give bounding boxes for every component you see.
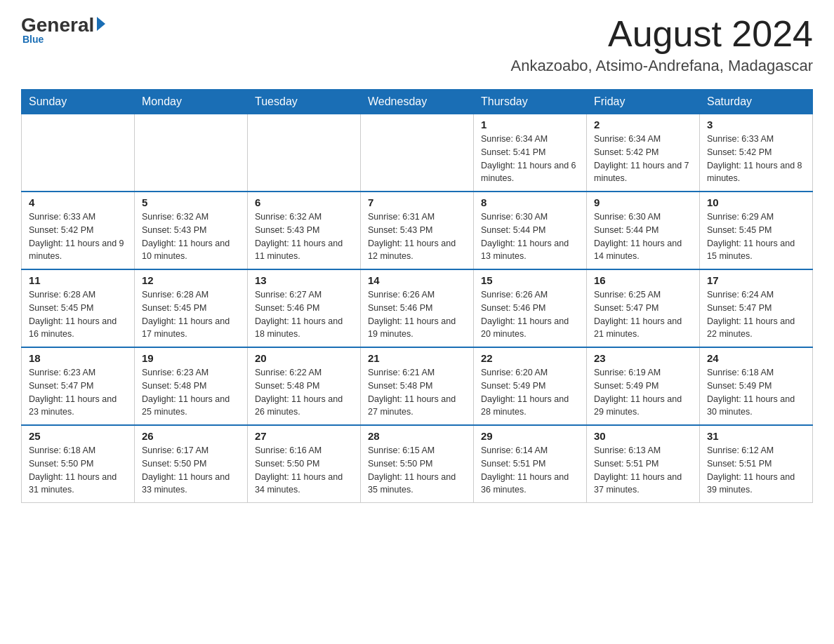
calendar-cell: 6Sunrise: 6:32 AMSunset: 5:43 PMDaylight… [248,192,361,269]
calendar-cell: 3Sunrise: 6:33 AMSunset: 5:42 PMDaylight… [700,114,813,192]
calendar-cell: 12Sunrise: 6:28 AMSunset: 5:45 PMDayligh… [135,269,248,347]
calendar-cell [248,114,361,192]
day-info: Sunrise: 6:34 AMSunset: 5:42 PMDaylight:… [594,133,692,185]
month-title: August 2024 [511,14,813,54]
col-sunday: Sunday [22,90,135,114]
day-info: Sunrise: 6:15 AMSunset: 5:50 PMDaylight:… [368,444,466,497]
day-number: 24 [707,352,805,364]
day-number: 25 [29,430,127,442]
day-info: Sunrise: 6:26 AMSunset: 5:46 PMDaylight:… [368,288,466,341]
calendar-cell: 1Sunrise: 6:34 AMSunset: 5:41 PMDaylight… [474,114,587,192]
day-number: 20 [255,352,353,364]
day-info: Sunrise: 6:25 AMSunset: 5:47 PMDaylight:… [594,288,692,341]
calendar-cell: 31Sunrise: 6:12 AMSunset: 5:51 PMDayligh… [700,425,813,503]
col-saturday: Saturday [700,90,813,114]
calendar-cell: 11Sunrise: 6:28 AMSunset: 5:45 PMDayligh… [22,269,135,347]
day-number: 22 [481,352,579,364]
calendar-cell: 21Sunrise: 6:21 AMSunset: 5:48 PMDayligh… [361,347,474,425]
day-info: Sunrise: 6:13 AMSunset: 5:51 PMDaylight:… [594,444,692,497]
calendar-week-5: 25Sunrise: 6:18 AMSunset: 5:50 PMDayligh… [22,425,813,503]
day-number: 4 [29,196,127,208]
logo-triangle-icon [97,17,105,31]
day-number: 2 [594,119,692,130]
day-info: Sunrise: 6:18 AMSunset: 5:49 PMDaylight:… [707,366,805,419]
day-info: Sunrise: 6:30 AMSunset: 5:44 PMDaylight:… [594,210,692,263]
day-number: 15 [481,274,579,286]
calendar-cell: 22Sunrise: 6:20 AMSunset: 5:49 PMDayligh… [474,347,587,425]
calendar-cell: 9Sunrise: 6:30 AMSunset: 5:44 PMDaylight… [587,192,700,269]
day-number: 12 [142,274,240,286]
calendar-week-1: 1Sunrise: 6:34 AMSunset: 5:41 PMDaylight… [22,114,813,192]
calendar-cell: 16Sunrise: 6:25 AMSunset: 5:47 PMDayligh… [587,269,700,347]
header-row: Sunday Monday Tuesday Wednesday Thursday… [22,90,813,114]
calendar-cell: 20Sunrise: 6:22 AMSunset: 5:48 PMDayligh… [248,347,361,425]
day-number: 8 [481,196,579,208]
day-info: Sunrise: 6:31 AMSunset: 5:43 PMDaylight:… [368,210,466,263]
calendar-cell: 26Sunrise: 6:17 AMSunset: 5:50 PMDayligh… [135,425,248,503]
calendar-cell: 19Sunrise: 6:23 AMSunset: 5:48 PMDayligh… [135,347,248,425]
calendar-cell: 4Sunrise: 6:33 AMSunset: 5:42 PMDaylight… [22,192,135,269]
calendar-week-4: 18Sunrise: 6:23 AMSunset: 5:47 PMDayligh… [22,347,813,425]
calendar-cell: 29Sunrise: 6:14 AMSunset: 5:51 PMDayligh… [474,425,587,503]
day-info: Sunrise: 6:22 AMSunset: 5:48 PMDaylight:… [255,366,353,419]
day-info: Sunrise: 6:27 AMSunset: 5:46 PMDaylight:… [255,288,353,341]
day-info: Sunrise: 6:29 AMSunset: 5:45 PMDaylight:… [707,210,805,263]
day-info: Sunrise: 6:30 AMSunset: 5:44 PMDaylight:… [481,210,579,263]
day-number: 9 [594,196,692,208]
day-info: Sunrise: 6:19 AMSunset: 5:49 PMDaylight:… [594,366,692,419]
day-info: Sunrise: 6:32 AMSunset: 5:43 PMDaylight:… [142,210,240,263]
day-number: 1 [481,119,579,130]
calendar-cell: 8Sunrise: 6:30 AMSunset: 5:44 PMDaylight… [474,192,587,269]
logo: General Blue [21,14,105,45]
calendar-cell: 30Sunrise: 6:13 AMSunset: 5:51 PMDayligh… [587,425,700,503]
calendar-cell: 24Sunrise: 6:18 AMSunset: 5:49 PMDayligh… [700,347,813,425]
col-tuesday: Tuesday [248,90,361,114]
calendar-cell [135,114,248,192]
calendar-cell: 25Sunrise: 6:18 AMSunset: 5:50 PMDayligh… [22,425,135,503]
day-info: Sunrise: 6:24 AMSunset: 5:47 PMDaylight:… [707,288,805,341]
day-info: Sunrise: 6:33 AMSunset: 5:42 PMDaylight:… [707,133,805,185]
day-number: 27 [255,430,353,442]
day-number: 30 [594,430,692,442]
calendar-cell: 10Sunrise: 6:29 AMSunset: 5:45 PMDayligh… [700,192,813,269]
day-number: 5 [142,196,240,208]
calendar-cell: 17Sunrise: 6:24 AMSunset: 5:47 PMDayligh… [700,269,813,347]
day-info: Sunrise: 6:14 AMSunset: 5:51 PMDaylight:… [481,444,579,497]
calendar-week-3: 11Sunrise: 6:28 AMSunset: 5:45 PMDayligh… [22,269,813,347]
calendar-cell [361,114,474,192]
day-number: 18 [29,352,127,364]
col-friday: Friday [587,90,700,114]
day-number: 28 [368,430,466,442]
calendar-cell [22,114,135,192]
day-number: 11 [29,274,127,286]
calendar-week-2: 4Sunrise: 6:33 AMSunset: 5:42 PMDaylight… [22,192,813,269]
logo-blue: Blue [21,34,44,45]
col-monday: Monday [135,90,248,114]
calendar-cell: 27Sunrise: 6:16 AMSunset: 5:50 PMDayligh… [248,425,361,503]
calendar-cell: 5Sunrise: 6:32 AMSunset: 5:43 PMDaylight… [135,192,248,269]
day-info: Sunrise: 6:18 AMSunset: 5:50 PMDaylight:… [29,444,127,497]
day-number: 13 [255,274,353,286]
col-wednesday: Wednesday [361,90,474,114]
day-number: 29 [481,430,579,442]
day-info: Sunrise: 6:28 AMSunset: 5:45 PMDaylight:… [142,288,240,341]
location-title: Ankazoabo, Atsimo-Andrefana, Madagascar [511,57,813,75]
calendar-cell: 23Sunrise: 6:19 AMSunset: 5:49 PMDayligh… [587,347,700,425]
calendar-cell: 14Sunrise: 6:26 AMSunset: 5:46 PMDayligh… [361,269,474,347]
calendar-cell: 2Sunrise: 6:34 AMSunset: 5:42 PMDaylight… [587,114,700,192]
day-number: 21 [368,352,466,364]
day-info: Sunrise: 6:32 AMSunset: 5:43 PMDaylight:… [255,210,353,263]
page-header: General Blue August 2024 Ankazoabo, Atsi… [21,14,813,75]
day-info: Sunrise: 6:28 AMSunset: 5:45 PMDaylight:… [29,288,127,341]
day-number: 3 [707,119,805,130]
calendar-cell: 28Sunrise: 6:15 AMSunset: 5:50 PMDayligh… [361,425,474,503]
calendar-cell: 7Sunrise: 6:31 AMSunset: 5:43 PMDaylight… [361,192,474,269]
col-thursday: Thursday [474,90,587,114]
day-number: 26 [142,430,240,442]
day-number: 6 [255,196,353,208]
day-number: 14 [368,274,466,286]
title-section: August 2024 Ankazoabo, Atsimo-Andrefana,… [511,14,813,75]
calendar-cell: 15Sunrise: 6:26 AMSunset: 5:46 PMDayligh… [474,269,587,347]
day-number: 19 [142,352,240,364]
day-number: 31 [707,430,805,442]
